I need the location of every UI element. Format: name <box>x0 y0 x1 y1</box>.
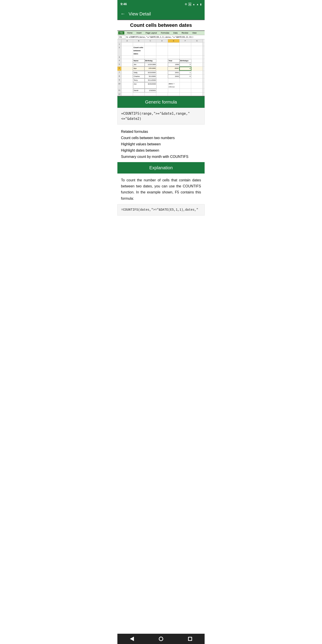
cell-e7: 2001 <box>168 71 180 74</box>
a-icon <box>188 2 191 6</box>
cell-a4 <box>122 59 133 62</box>
col-header-b: B <box>133 39 145 42</box>
ribbon-pagelayout-tab: Page Layout <box>144 31 158 34</box>
cell-f2 <box>180 46 191 56</box>
cell-d9 <box>156 78 168 82</box>
ss-row-3: 3 <box>118 56 204 59</box>
cell-f7: 1 <box>180 71 191 74</box>
cell-e4: Year <box>168 59 180 62</box>
cell-f11 <box>180 89 192 92</box>
cell-f10 <box>180 82 192 88</box>
ss-col-headers-row: A B C D E F G <box>118 39 204 43</box>
nav-title: View Detail <box>128 12 151 16</box>
related-formulas-section: Related formulas Count cells between two… <box>118 124 204 162</box>
cell-a11 <box>122 89 133 92</box>
row-4-header: 4 <box>118 59 122 62</box>
page-title-section: Count cells between dates <box>118 20 204 31</box>
ss-row-4: 4 Name Birthday Year Birthdays <box>118 59 204 63</box>
cell-a1 <box>122 43 133 46</box>
col-header-g: G <box>191 39 203 42</box>
related-item-4[interactable]: Summary count by month with COUNTIFS <box>121 154 201 160</box>
cell-b1 <box>133 43 145 46</box>
cell-c9: 5/11/2000 <box>145 78 156 82</box>
col-header-a: A <box>122 39 133 42</box>
scrollbar-r7[interactable] <box>203 71 204 74</box>
scrollbar-r4[interactable] <box>203 59 204 62</box>
formula-bar: F6 fx =COUNTIFS(dates,">="&DATE(E6,1,1),… <box>118 35 204 39</box>
row-12-header: 12 <box>118 92 122 96</box>
cell-a7 <box>122 71 133 74</box>
cell-g3 <box>191 56 203 59</box>
scrollbar-r11[interactable] <box>203 89 204 92</box>
scrollbar-r9[interactable] <box>203 78 204 82</box>
cell-e12 <box>168 92 180 96</box>
battery-icon <box>200 2 202 6</box>
cell-f5: 2 <box>180 63 191 66</box>
cell-d4 <box>156 59 168 62</box>
status-icons <box>185 2 202 6</box>
formula-fx: fx <box>126 36 128 38</box>
scrollbar-r3[interactable] <box>203 56 204 59</box>
ribbon-file-tab: File <box>118 31 124 34</box>
cell-b4: Name <box>133 59 144 62</box>
cell-a6 <box>122 67 133 71</box>
status-bar: 9:46 <box>118 0 204 8</box>
formula-text: =COUNTIFS(dates,">="&DATE(E6,1,1),dates,… <box>129 36 204 38</box>
col-header-c: C <box>145 39 156 42</box>
cell-d2 <box>156 46 168 56</box>
col-header-f: F <box>180 39 191 42</box>
scrollbar-r1[interactable] <box>203 43 204 46</box>
ribbon-view-tab: View <box>191 31 198 34</box>
ss-row-11: 11 Sarah 1/3/2001 <box>118 89 204 92</box>
cell-c7: 3/23/2000 <box>145 71 156 74</box>
cell-e2 <box>168 46 180 56</box>
back-button[interactable]: ← <box>120 11 126 17</box>
explanation-text: To count the number of cells that contai… <box>118 174 204 204</box>
cell-c11: 1/3/2001 <box>145 89 156 92</box>
related-item-2[interactable]: Highlight values between <box>121 141 201 147</box>
scrollbar[interactable] <box>203 39 204 42</box>
row-8-header: 8 <box>118 75 122 78</box>
cell-g1 <box>191 43 203 46</box>
row-7-header: 7 <box>118 71 122 74</box>
cell-e9 <box>168 78 180 82</box>
cell-c4: Birthday <box>145 59 156 62</box>
cell-b3 <box>133 56 145 59</box>
cell-a5 <box>122 63 133 66</box>
cell-g8 <box>192 75 203 78</box>
cell-e11 <box>168 89 180 92</box>
scrollbar-r6[interactable] <box>203 67 204 71</box>
cell-c12 <box>145 92 156 96</box>
scrollbar-r2[interactable] <box>203 46 204 56</box>
ribbon-formulas-tab: Formulas <box>160 31 170 34</box>
cell-f8: 0 <box>180 75 191 78</box>
nav-bar: ← View Detail <box>118 8 204 20</box>
explanation-formula: =COUNTIFS(dates,">="&DATE(E5,1,1),dates,… <box>118 204 204 216</box>
cell-a10 <box>122 82 133 88</box>
col-header-d: D <box>156 39 168 42</box>
ss-row-2: 2 Count cells between dates <box>118 46 204 56</box>
cell-d7 <box>156 71 168 74</box>
cell-a3 <box>122 56 133 59</box>
ss-row-6: 6 Aya 2/5/1999 2000 4 <box>118 67 204 71</box>
cell-b5: Jim <box>133 63 144 66</box>
cell-g11 <box>191 89 203 92</box>
cell-f12 <box>180 92 191 96</box>
ss-row-7: 7 Sally 3/23/2000 2001 1 <box>118 71 204 75</box>
related-item-1[interactable]: Count cells between two numbers <box>121 135 201 141</box>
cell-g12 <box>191 92 203 96</box>
cell-d10 <box>156 82 168 88</box>
scrollbar-r5[interactable] <box>203 63 204 66</box>
related-item-3[interactable]: Highlight dates between <box>121 147 201 154</box>
signal-icon <box>196 2 199 6</box>
row-5-header: 5 <box>118 63 122 66</box>
cell-f9 <box>180 78 192 82</box>
scrollbar-r8[interactable] <box>203 75 204 78</box>
scrollbar-r10[interactable] <box>203 82 204 88</box>
ss-row-5: 5 Jim 1/15/1999 1999 2 <box>118 63 204 67</box>
scrollbar-r12[interactable] <box>203 92 204 96</box>
ss-row-10: 10 Joe 8/20/2000 dates = C5:C11 <box>118 82 204 89</box>
main-content: Count cells between dates File Home Inse… <box>118 20 204 229</box>
wifi-icon <box>192 2 195 6</box>
cell-g9 <box>191 78 203 82</box>
